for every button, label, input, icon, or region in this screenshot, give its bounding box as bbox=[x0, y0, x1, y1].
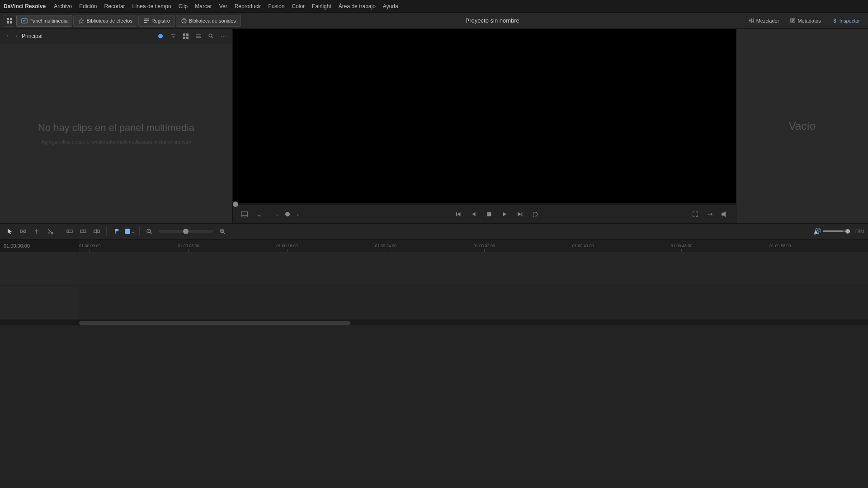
blade-btn[interactable] bbox=[44, 225, 56, 237]
workspace-icon-btn[interactable] bbox=[4, 15, 15, 27]
svg-rect-47 bbox=[24, 230, 26, 233]
track-row-1 bbox=[0, 252, 868, 286]
menu-archivo[interactable]: Archivo bbox=[50, 2, 75, 10]
menu-recortar[interactable]: Recortar bbox=[101, 2, 129, 10]
timeline-scrollbar-thumb[interactable] bbox=[79, 321, 350, 325]
tick-4: 01:00:32:00 bbox=[474, 244, 495, 252]
insert-btn[interactable] bbox=[91, 225, 103, 237]
preview-progress-bar[interactable] bbox=[233, 203, 736, 205]
menu-color[interactable]: Color bbox=[288, 2, 308, 10]
menu-area-trabajo[interactable]: Área de trabajo bbox=[335, 2, 379, 10]
svg-line-66 bbox=[223, 232, 225, 234]
media-pool-content: No hay clips en el panel multimedia Agre… bbox=[0, 43, 232, 223]
registro-btn[interactable]: Registro bbox=[138, 15, 175, 27]
timeline-zoom-slider[interactable] bbox=[159, 230, 213, 233]
svg-rect-58 bbox=[97, 230, 99, 233]
biblioteca-efectos-btn[interactable]: Biblioteca de efectos bbox=[73, 15, 137, 27]
main-area: ‹ › Principal ⋯ No hay clip bbox=[0, 29, 868, 223]
svg-marker-6 bbox=[79, 19, 84, 23]
menu-fairlight[interactable]: Fairlight bbox=[308, 2, 335, 10]
color-swatch-blue bbox=[125, 229, 130, 234]
menu-clip[interactable]: Clip bbox=[175, 2, 192, 10]
track-content-2 bbox=[79, 286, 868, 319]
svg-rect-1 bbox=[10, 18, 12, 20]
menu-ayuda[interactable]: Ayuda bbox=[379, 2, 402, 10]
nav-next-frame-btn[interactable]: › bbox=[292, 208, 304, 221]
filter-icon-btn[interactable] bbox=[168, 31, 178, 41]
mezclador-btn[interactable]: Mezclador bbox=[744, 15, 784, 27]
active-indicator bbox=[158, 34, 163, 38]
fullscreen-btn[interactable] bbox=[689, 208, 702, 221]
nav-prev-frame-btn[interactable]: ‹ bbox=[271, 208, 283, 221]
menu-edicion[interactable]: Edición bbox=[75, 2, 100, 10]
media-pool-tab-label: Principal bbox=[22, 33, 156, 39]
dynamic-trim-btn[interactable] bbox=[31, 225, 42, 237]
nav-prev-btn[interactable]: ‹ bbox=[4, 33, 11, 40]
roll-btn[interactable] bbox=[77, 225, 89, 237]
search-icon-btn[interactable] bbox=[206, 31, 216, 41]
preview-dropdown-btn[interactable]: ⌄ bbox=[253, 208, 265, 221]
svg-marker-36 bbox=[457, 212, 460, 216]
mezclador-label: Mezclador bbox=[756, 18, 779, 23]
timecode-sync-btn[interactable] bbox=[703, 208, 716, 221]
track-header-2 bbox=[0, 286, 79, 319]
metadatos-btn[interactable]: Metadatos bbox=[785, 15, 825, 27]
list-view-btn[interactable] bbox=[193, 31, 203, 41]
volume-slider[interactable] bbox=[823, 230, 850, 232]
menu-reproducir[interactable]: Reproducir bbox=[231, 2, 265, 10]
ripple-btn[interactable] bbox=[64, 225, 75, 237]
svg-rect-27 bbox=[183, 37, 185, 39]
track-content-1 bbox=[79, 252, 868, 286]
flag-btn[interactable] bbox=[110, 225, 122, 237]
audio-out-btn[interactable] bbox=[718, 208, 731, 221]
svg-point-14 bbox=[749, 20, 750, 21]
select-tool-btn[interactable] bbox=[4, 225, 15, 237]
play-btn[interactable] bbox=[498, 208, 511, 221]
volume-knob[interactable] bbox=[845, 229, 850, 234]
menu-bar: DaVinci Resolve Archivo Edición Recortar… bbox=[0, 0, 868, 13]
nav-keyframe-btn[interactable] bbox=[285, 212, 290, 216]
toolbar-right: Mezclador Metadatos Inspector bbox=[744, 15, 864, 27]
more-options-btn[interactable]: ⋯ bbox=[219, 31, 229, 41]
preview-screen bbox=[233, 29, 736, 203]
preview-overlay-btn[interactable] bbox=[238, 208, 251, 221]
svg-rect-3 bbox=[10, 21, 12, 23]
color-flag-btn[interactable]: ⌄ bbox=[124, 225, 136, 237]
loop-btn[interactable] bbox=[529, 208, 542, 221]
project-title: Proyecto sin nombre bbox=[242, 17, 743, 24]
biblioteca-sonidos-btn[interactable]: Biblioteca de sonidos bbox=[176, 15, 241, 27]
panel-multimedia-btn[interactable]: Panel multimedia bbox=[16, 15, 72, 27]
menu-ver[interactable]: Ver bbox=[216, 2, 231, 10]
inspector-btn[interactable]: Inspector bbox=[827, 15, 864, 27]
menu-linea-tiempo[interactable]: Línea de tiempo bbox=[129, 2, 175, 10]
grid-view-btn[interactable] bbox=[181, 31, 191, 41]
snap-btn[interactable] bbox=[17, 225, 29, 237]
inspector-panel: Vacío bbox=[736, 29, 868, 223]
svg-rect-26 bbox=[186, 33, 189, 36]
svg-marker-40 bbox=[503, 212, 506, 216]
preview-playhead[interactable] bbox=[233, 202, 238, 207]
stop-btn[interactable] bbox=[483, 208, 495, 221]
biblioteca-efectos-label: Biblioteca de efectos bbox=[86, 18, 132, 23]
skip-to-end-btn[interactable] bbox=[514, 208, 526, 221]
skip-to-start-btn[interactable] bbox=[452, 208, 465, 221]
track-header-1 bbox=[0, 252, 79, 286]
svg-rect-34 bbox=[242, 211, 247, 217]
zoom-in-btn[interactable] bbox=[217, 225, 228, 237]
play-back-btn[interactable] bbox=[467, 208, 480, 221]
empty-main-message: No hay clips en el panel multimedia bbox=[38, 122, 194, 134]
toolbar-separator-2 bbox=[106, 227, 107, 235]
media-pool-panel: ‹ › Principal ⋯ No hay clip bbox=[0, 29, 233, 223]
metadatos-label: Metadatos bbox=[797, 18, 821, 23]
menu-marcar[interactable]: Marcar bbox=[191, 2, 215, 10]
preview-ctrl-left: ⌄ ‹ › bbox=[238, 208, 304, 221]
svg-rect-9 bbox=[144, 22, 147, 23]
svg-point-15 bbox=[751, 19, 752, 20]
biblioteca-sonidos-label: Biblioteca de sonidos bbox=[189, 18, 236, 23]
nav-next-btn[interactable]: › bbox=[13, 33, 20, 40]
menu-fusion[interactable]: Fusion bbox=[264, 2, 288, 10]
svg-rect-7 bbox=[144, 19, 149, 19]
zoom-knob[interactable] bbox=[183, 229, 189, 234]
registro-label: Registro bbox=[151, 18, 170, 23]
zoom-out-btn[interactable] bbox=[143, 225, 155, 237]
